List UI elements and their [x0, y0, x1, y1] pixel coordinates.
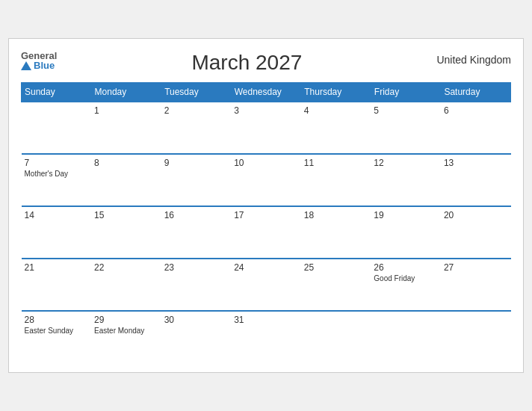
day-number: 29 — [94, 315, 158, 325]
weekday-header: Thursday — [301, 83, 371, 102]
day-number: 16 — [164, 210, 229, 220]
day-number: 3 — [234, 105, 298, 116]
logo-triangle-icon — [21, 61, 31, 70]
weekday-header: Wednesday — [231, 83, 301, 102]
logo-blue-text: Blue — [21, 61, 57, 70]
calendar-day-cell: 14 — [22, 206, 92, 259]
day-number: 5 — [374, 105, 438, 116]
day-number: 20 — [444, 210, 508, 220]
calendar-day-cell: 23 — [161, 259, 232, 311]
day-number: 24 — [234, 262, 298, 273]
day-number: 2 — [164, 105, 229, 116]
calendar-day-cell: 21 — [22, 259, 92, 311]
day-number: 13 — [444, 158, 508, 168]
calendar-title: March 2027 — [57, 51, 436, 75]
calendar-day-cell — [301, 311, 371, 363]
day-number: 21 — [25, 262, 89, 273]
calendar-day-cell: 11 — [301, 154, 371, 206]
calendar-day-cell: 1 — [91, 102, 161, 154]
calendar-day-cell — [441, 311, 511, 363]
day-number: 23 — [164, 262, 229, 273]
calendar-day-cell: 28Easter Sunday — [22, 311, 92, 363]
weekday-header: Sunday — [22, 83, 92, 102]
day-number: 30 — [164, 315, 229, 325]
event-label: Good Friday — [374, 274, 438, 282]
logo: General Blue — [21, 51, 57, 70]
event-label: Mother's Day — [25, 170, 89, 178]
calendar-day-cell: 13 — [441, 154, 511, 206]
calendar-day-cell: 4 — [301, 102, 371, 154]
calendar-day-cell — [371, 311, 441, 363]
calendar-day-cell: 22 — [91, 259, 161, 311]
day-number: 22 — [94, 262, 158, 273]
day-number: 6 — [444, 105, 508, 116]
calendar-day-cell: 18 — [301, 206, 371, 259]
calendar-week-row: 7Mother's Day8910111213 — [22, 154, 511, 206]
calendar-header: General Blue March 2027 United Kingdom — [21, 51, 511, 75]
calendar-day-cell: 26Good Friday — [371, 259, 441, 311]
day-number: 10 — [234, 158, 298, 168]
day-number: 19 — [374, 210, 438, 220]
event-label: Easter Sunday — [25, 327, 89, 335]
day-number: 1 — [94, 105, 158, 116]
weekday-header: Monday — [91, 83, 161, 102]
calendar-day-cell: 3 — [231, 102, 301, 154]
calendar-week-row: 212223242526Good Friday27 — [22, 259, 511, 311]
calendar-day-cell — [22, 102, 92, 154]
calendar-week-row: 14151617181920 — [22, 206, 511, 259]
calendar-body: 1234567Mother's Day891011121314151617181… — [22, 102, 511, 363]
calendar-week-row: 28Easter Sunday29Easter Monday3031 — [22, 311, 511, 363]
calendar-day-cell: 2 — [161, 102, 232, 154]
calendar-day-cell: 17 — [231, 206, 301, 259]
day-number: 9 — [164, 158, 229, 168]
calendar-day-cell: 8 — [91, 154, 161, 206]
calendar-table: SundayMondayTuesdayWednesdayThursdayFrid… — [21, 82, 511, 363]
day-number: 25 — [304, 262, 368, 273]
day-number: 14 — [25, 210, 89, 220]
calendar-day-cell: 19 — [371, 206, 441, 259]
weekday-header: Tuesday — [161, 83, 232, 102]
day-number: 31 — [234, 315, 298, 325]
calendar-day-cell: 7Mother's Day — [22, 154, 92, 206]
event-label: Easter Monday — [94, 327, 158, 335]
day-number: 26 — [374, 262, 438, 273]
day-number: 18 — [304, 210, 368, 220]
calendar-day-cell: 10 — [231, 154, 301, 206]
calendar-header-row: SundayMondayTuesdayWednesdayThursdayFrid… — [22, 83, 511, 102]
day-number: 17 — [234, 210, 298, 220]
day-number: 11 — [304, 158, 368, 168]
calendar-day-cell: 29Easter Monday — [91, 311, 161, 363]
day-number: 4 — [304, 105, 368, 116]
day-number: 12 — [374, 158, 438, 168]
calendar-day-cell: 5 — [371, 102, 441, 154]
calendar-day-cell: 16 — [161, 206, 232, 259]
calendar-day-cell: 9 — [161, 154, 232, 206]
calendar-day-cell: 31 — [231, 311, 301, 363]
calendar-day-cell: 6 — [441, 102, 511, 154]
day-number: 15 — [94, 210, 158, 220]
calendar-day-cell: 12 — [371, 154, 441, 206]
calendar-container: General Blue March 2027 United Kingdom S… — [8, 38, 524, 373]
calendar-day-cell: 24 — [231, 259, 301, 311]
region-label: United Kingdom — [436, 51, 511, 66]
weekday-header: Saturday — [441, 83, 511, 102]
calendar-day-cell: 20 — [441, 206, 511, 259]
calendar-day-cell: 30 — [161, 311, 232, 363]
day-number: 8 — [94, 158, 158, 168]
calendar-day-cell: 25 — [301, 259, 371, 311]
day-number: 27 — [444, 262, 508, 273]
calendar-day-cell: 27 — [441, 259, 511, 311]
weekday-header: Friday — [371, 83, 441, 102]
calendar-day-cell: 15 — [91, 206, 161, 259]
calendar-week-row: 123456 — [22, 102, 511, 154]
day-number: 7 — [25, 158, 89, 168]
day-number: 28 — [25, 315, 89, 325]
